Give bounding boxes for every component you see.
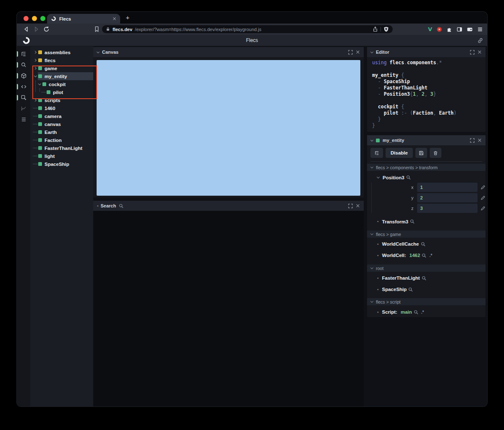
flecs-favicon [51,16,56,21]
collapse-chevron-icon[interactable] [37,82,42,87]
edit-pencil-icon[interactable] [480,195,486,200]
tree-item-canvas[interactable]: canvas [30,120,93,128]
entity-square-icon [38,106,42,110]
edit-pencil-icon[interactable] [480,206,486,211]
vue-devtools-icon[interactable]: V [428,26,432,32]
fullscreen-icon[interactable] [470,50,475,55]
component-position3[interactable]: Position3 [367,174,486,181]
section-transform[interactable]: flecs > components > transform [367,164,486,171]
close-icon[interactable] [478,50,482,54]
code-editor[interactable]: using flecs.components.* my_entity { - S… [367,57,486,129]
search-icon[interactable] [119,204,123,208]
close-icon[interactable] [478,138,482,142]
nav-logs-button[interactable] [17,114,30,125]
url-path: /explorer/?wasm=https://www.flecs.dev/ex… [135,27,370,32]
tree-item-light[interactable]: light [30,152,93,160]
fullscreen-icon[interactable] [348,204,353,208]
collapse-chevron-icon [370,300,373,303]
tab-close-icon[interactable] [113,17,116,21]
z-input[interactable]: 3 [417,204,478,213]
section-script[interactable]: flecs > script [367,298,486,305]
y-input[interactable]: 2 [417,193,478,202]
component-worldcell[interactable]: • WorldCell: 1462 .* [367,252,486,259]
tree-item-earth[interactable]: Earth [30,128,93,136]
hierarchy-icon [21,51,27,57]
sidebar-panel-icon[interactable] [457,26,462,32]
bookmark-icon[interactable] [93,26,100,33]
entity-square-icon [42,82,46,86]
menu-icon[interactable] [477,26,483,32]
disable-button[interactable]: Disable [386,148,413,158]
expand-chevron-icon[interactable] [33,98,38,103]
reload-icon[interactable] [43,26,50,33]
query-icon[interactable] [422,253,426,258]
show-in-tree-button[interactable] [370,148,383,158]
nav-entities-button[interactable] [17,70,30,81]
close-window-button[interactable] [24,16,29,21]
query-icon[interactable] [421,242,425,246]
tree-item-assemblies[interactable]: assemblies [30,48,93,56]
extensions-puzzle-icon[interactable] [446,26,452,32]
minimize-window-button[interactable] [32,16,37,21]
section-root[interactable]: root [367,265,486,272]
tree-item-spaceship[interactable]: SpaceShip [30,160,93,168]
collapse-chevron-icon[interactable] [33,74,38,79]
component-spaceship[interactable]: • SpaceShip [367,286,486,293]
component-script-main[interactable]: • Script: main .* [367,308,486,316]
collapse-chevron-icon[interactable] [370,138,373,141]
component-worldcellcache[interactable]: • WorldCellCache [367,240,486,248]
render-canvas[interactable] [97,60,360,196]
tree-item-faction[interactable]: Faction [30,136,93,144]
close-icon[interactable] [356,204,360,208]
browser-tab[interactable]: Flecs [47,14,120,24]
tree-item-my-entity[interactable]: my_entity [30,72,93,80]
tree-item-cockpit[interactable]: cockpit [30,80,93,88]
query-icon[interactable] [408,287,413,292]
entity-square-icon [38,114,42,118]
browser-toolbar: flecs.dev/explorer/?wasm=https://www.fle… [17,24,487,35]
tree-item-flecs[interactable]: flecs [30,56,93,64]
fullscreen-icon[interactable] [348,50,353,55]
nav-inspect-button[interactable] [17,92,30,103]
tree-item-fasterthanlight[interactable]: FasterThanLight [30,144,93,152]
nav-hierarchy-button[interactable] [17,48,30,59]
delete-button[interactable] [430,148,441,158]
url-host: flecs.dev [113,27,132,32]
edit-pencil-icon[interactable] [480,185,486,190]
tree-item-game[interactable]: game [30,64,93,72]
component-fasterthanlight[interactable]: • FasterThanLight [367,274,486,282]
nav-code-button[interactable] [17,81,30,92]
back-icon[interactable] [23,26,30,33]
fullscreen-icon[interactable] [470,138,475,143]
share-icon[interactable] [373,26,378,32]
expand-chevron-icon[interactable] [33,58,38,63]
tree-item-camera[interactable]: camera [30,112,93,120]
collapse-chevron-icon[interactable] [370,50,373,53]
new-tab-button[interactable]: + [124,14,131,21]
brave-shield-icon[interactable] [383,26,389,32]
query-icon[interactable] [422,276,426,281]
component-transform3[interactable]: • Transform3 [367,218,486,225]
query-icon[interactable] [414,310,418,315]
entity-square-icon [38,58,42,62]
query-icon[interactable] [410,219,415,224]
save-button[interactable] [415,148,427,158]
expand-chevron-icon[interactable] [33,66,38,71]
zoom-window-button[interactable] [40,16,45,21]
nav-search-button[interactable] [17,59,30,70]
tree-item-scripts[interactable]: scripts [30,96,93,104]
section-game[interactable]: flecs > game [367,231,486,238]
share-link-icon[interactable] [477,37,483,44]
nav-stats-button[interactable] [17,103,30,114]
x-input[interactable]: 1 [417,183,478,192]
tree-item-1460[interactable]: 1460 [30,104,93,112]
wallet-icon[interactable] [467,26,473,32]
query-icon[interactable] [406,175,411,180]
collapse-chevron-icon[interactable] [97,50,100,53]
red-extension-icon[interactable] [436,26,442,32]
expand-chevron-icon[interactable] [33,50,38,55]
forward-icon[interactable] [33,26,40,33]
address-bar[interactable]: flecs.dev/explorer/?wasm=https://www.fle… [102,25,393,33]
lock-icon [106,27,110,31]
close-icon[interactable] [356,50,360,54]
